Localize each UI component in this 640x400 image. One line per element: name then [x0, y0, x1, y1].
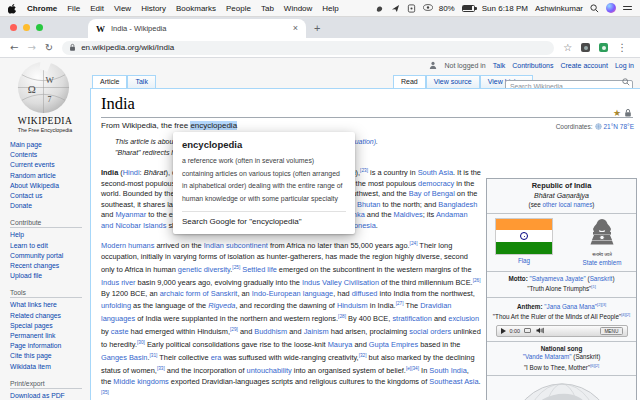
address-bar[interactable]: en.wikipedia.org/wiki/India	[62, 41, 554, 55]
link[interactable]: Maldives	[394, 210, 423, 219]
page-protection-lock-icon[interactable]	[624, 108, 632, 118]
menu-help[interactable]: Help	[322, 4, 338, 13]
link[interactable]: Bhutan	[357, 200, 380, 209]
link[interactable]: Bay of Bengal	[409, 189, 455, 198]
menu-bookmarks[interactable]: Bookmarks	[176, 4, 216, 13]
menu-view[interactable]: View	[114, 4, 131, 13]
link[interactable]: Hinduism	[337, 302, 368, 311]
minimize-window-button[interactable]	[23, 24, 30, 31]
menu-people[interactable]: People	[226, 4, 251, 13]
menu-window[interactable]: Window	[284, 4, 312, 13]
featured-article-star-icon[interactable]: ★	[613, 109, 621, 118]
state-emblem[interactable]: सत्यमेव जयते State emblem	[576, 218, 628, 268]
sidebar-item-wikidata-item[interactable]: Wikidata item	[10, 362, 88, 372]
link[interactable]: [23]	[360, 168, 368, 173]
sidebar-item-cite-this-page[interactable]: Cite this page	[10, 351, 88, 361]
new-tab-button[interactable]: +	[314, 23, 320, 34]
browser-tab[interactable]: W India - Wikipedia ×	[88, 19, 306, 38]
apple-menu-icon[interactable]	[8, 3, 17, 14]
forward-button[interactable]: →	[27, 43, 35, 53]
sidebar-item-download-as-pdf[interactable]: Download as PDF	[10, 391, 88, 400]
link[interactable]: archaic form of	[160, 289, 209, 298]
play-button-icon[interactable]	[501, 328, 506, 334]
menubar-user[interactable]: Ashwinkumar	[535, 4, 583, 13]
menubar-extra-icon-2[interactable]	[391, 4, 400, 13]
link[interactable]: genetic diversity	[178, 265, 230, 274]
menu-chrome[interactable]: Chrome	[27, 4, 57, 13]
link[interactable]: "Satyameva Jayate"	[529, 275, 585, 282]
menubar-extra-icon-3[interactable]	[407, 4, 416, 13]
menu-file[interactable]: File	[67, 4, 80, 13]
sidebar-item-permanent-link[interactable]: Permanent link	[10, 331, 88, 341]
link[interactable]: [26]	[473, 278, 481, 283]
extension-icon-green[interactable]	[599, 43, 608, 52]
link[interactable]: [35]	[101, 390, 109, 395]
sidebar-item-contents[interactable]: Contents	[10, 150, 88, 160]
menu-edit[interactable]: Edit	[90, 4, 104, 13]
link[interactable]: caste	[111, 328, 129, 337]
link[interactable]: Indo-European language	[252, 289, 333, 298]
link[interactable]: unfolding	[101, 302, 131, 311]
sidebar-item-community-portal[interactable]: Community portal	[10, 251, 88, 261]
link[interactable]: diffused	[352, 289, 378, 298]
tab-view-source[interactable]: View source	[426, 75, 480, 88]
menu-history[interactable]: History	[141, 4, 166, 13]
sidebar-item-learn-to-edit[interactable]: Learn to edit	[10, 241, 88, 251]
back-button[interactable]: ←	[10, 43, 18, 53]
link[interactable]: Jainism	[304, 328, 329, 337]
close-tab-icon[interactable]: ×	[293, 24, 298, 33]
sidebar-item-special-pages[interactable]: Special pages	[10, 321, 88, 331]
extension-icon-dark[interactable]	[581, 43, 590, 52]
menu-tab[interactable]: Tab	[261, 4, 274, 13]
sidebar-item-donate[interactable]: Donate	[10, 201, 88, 211]
link[interactable]: democracy	[418, 179, 454, 188]
personal-create-account[interactable]: Create account	[560, 62, 607, 69]
personal-not-logged-in[interactable]: Not logged in	[444, 62, 485, 69]
personal-contributions[interactable]: Contributions	[512, 62, 553, 69]
tab-talk[interactable]: Talk	[127, 75, 155, 88]
flag-of-india[interactable]: Flag	[495, 218, 553, 266]
link[interactable]: [32]	[359, 353, 367, 358]
chrome-menu-icon[interactable]: ⋮	[617, 43, 627, 53]
link[interactable]: "Vande Mataram"	[523, 353, 572, 360]
link[interactable]: [28]	[338, 314, 346, 319]
link[interactable]: "Jana Gana Mana"	[544, 303, 597, 310]
sidebar-item-recent-changes[interactable]: Recent changes	[10, 261, 88, 271]
menubar-clock[interactable]: Sun 6:18 PM	[482, 4, 528, 13]
link[interactable]: [6][2]	[590, 363, 599, 368]
link[interactable]: South India	[429, 367, 466, 376]
sidebar-item-current-events[interactable]: Current events	[10, 160, 88, 170]
link[interactable]: Indus river	[101, 278, 136, 287]
spotlight-icon[interactable]	[590, 4, 599, 13]
link[interactable]: untouchability	[247, 367, 292, 376]
player-menu-button[interactable]: MENU	[600, 327, 622, 335]
popup-search-google-link[interactable]: Search Google for "encyclopedia"	[182, 217, 346, 226]
link[interactable]: South Asia	[418, 168, 453, 177]
wikipedia-globe-logo[interactable]: Ω W 7	[16, 60, 71, 115]
siri-icon[interactable]	[606, 3, 616, 13]
bookmark-star-icon[interactable]: ☆	[563, 43, 572, 53]
link[interactable]: Myanmar	[115, 210, 146, 219]
sidebar-item-random-article[interactable]: Random article	[10, 171, 88, 181]
link[interactable]: Ganges Basin	[101, 354, 147, 363]
link[interactable]: [33]	[157, 366, 165, 371]
sidebar-item-page-information[interactable]: Page information	[10, 341, 88, 351]
sidebar-item-about-wikipedia[interactable]: About Wikipedia	[10, 181, 88, 191]
menubar-extra-icon-1[interactable]	[375, 4, 384, 13]
link[interactable]: [29]	[230, 327, 238, 332]
link[interactable]: Indus Valley Civilisation	[302, 278, 379, 287]
link[interactable]: era	[211, 354, 222, 363]
link[interactable]: [4][2]	[621, 312, 630, 317]
coordinates-value[interactable]: 21°N 78°E	[604, 123, 635, 130]
personal-log-in[interactable]: Log in	[615, 62, 634, 69]
fullscreen-window-button[interactable]	[36, 24, 43, 31]
link[interactable]: other local names	[543, 201, 593, 208]
tab-article[interactable]: Article	[92, 75, 127, 88]
sidebar-item-main-page[interactable]: Main page	[10, 140, 88, 150]
link[interactable]: [1]	[591, 284, 595, 289]
search-icon[interactable]	[622, 78, 630, 86]
link[interactable]: Southeast Asia	[429, 377, 478, 386]
menubar-extra-icon-4[interactable]	[423, 4, 432, 13]
flag-caption[interactable]: Flag	[495, 257, 553, 266]
speaker-icon[interactable]	[535, 327, 545, 334]
